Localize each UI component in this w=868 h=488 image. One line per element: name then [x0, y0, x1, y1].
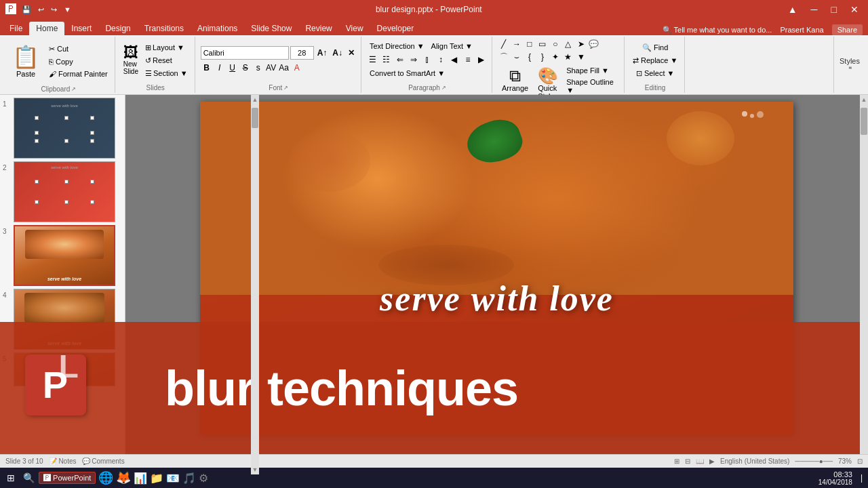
- rect-tool[interactable]: □: [524, 38, 536, 50]
- taskbar-browser-2[interactable]: 🦊: [116, 470, 131, 485]
- fit-to-window-button[interactable]: ⊡: [857, 458, 863, 465]
- taskbar-app-3[interactable]: 🎵: [182, 472, 196, 485]
- tab-view[interactable]: View: [339, 22, 370, 35]
- tab-animations[interactable]: Animations: [191, 22, 244, 35]
- shadow-button[interactable]: s: [252, 62, 264, 74]
- cut-button[interactable]: ✂ Cut: [46, 43, 111, 55]
- arrow-tool[interactable]: →: [511, 38, 523, 50]
- zoom-slider[interactable]: ─────●──: [795, 458, 833, 465]
- line-spacing-button[interactable]: ↕: [435, 54, 447, 66]
- column-button[interactable]: ⫿: [421, 54, 433, 66]
- scroll-up-arrow[interactable]: ▲: [251, 95, 260, 104]
- font-size-input[interactable]: [290, 46, 314, 60]
- taskbar-excel[interactable]: 📊: [134, 472, 147, 485]
- char-spacing-button[interactable]: AV: [265, 62, 277, 74]
- view-normal-button[interactable]: ⊞: [674, 458, 679, 465]
- shape-more-button[interactable]: ▼: [575, 51, 587, 63]
- taskbar-search[interactable]: 🔍: [22, 471, 36, 485]
- view-reading-button[interactable]: 📖: [696, 458, 704, 465]
- layout-button[interactable]: ⊞ Layout ▼: [142, 42, 191, 54]
- taskbar-app-2[interactable]: 📧: [166, 472, 180, 485]
- start-button[interactable]: ⊞: [3, 471, 19, 485]
- font-expand-icon[interactable]: ↗: [283, 85, 288, 91]
- tab-developer[interactable]: Developer: [370, 22, 421, 35]
- text-direction-button[interactable]: Text Direction ▼: [367, 41, 427, 52]
- slide-item[interactable]: 2 serve with love: [3, 161, 122, 222]
- scroll-top-arrow[interactable]: ▲: [860, 95, 868, 104]
- customize-qat-button[interactable]: ▼: [61, 4, 74, 15]
- bold-button[interactable]: B: [201, 62, 213, 74]
- slide-thumbnail[interactable]: serve with love: [14, 98, 115, 159]
- tell-me-button[interactable]: 🔍 Tell me what you want to do...: [663, 26, 772, 35]
- right-arrow-shape[interactable]: ➤: [575, 38, 587, 50]
- shape-tool-2[interactable]: ⌒: [498, 51, 510, 63]
- shape-fill-button[interactable]: Shape Fill ▼: [564, 65, 620, 76]
- strikethrough-button[interactable]: S: [239, 62, 252, 74]
- shape-tool-7[interactable]: ★: [562, 51, 574, 63]
- redo-button[interactable]: ↪: [48, 4, 60, 16]
- increase-indent-button[interactable]: ⇒: [408, 54, 420, 66]
- select-button[interactable]: ⊡ Select ▼: [633, 68, 677, 79]
- paste-button[interactable]: 📋 Paste: [7, 38, 45, 84]
- numbered-list-button[interactable]: ☷: [380, 54, 393, 66]
- tab-design[interactable]: Design: [98, 22, 137, 35]
- align-text-button[interactable]: Align Text ▼: [429, 41, 475, 52]
- shape-tool-4[interactable]: {: [524, 51, 536, 63]
- font-name-input[interactable]: [201, 46, 289, 60]
- tab-review[interactable]: Review: [298, 22, 338, 35]
- slide-item-active[interactable]: 3 serve with love: [3, 225, 122, 286]
- callout-tool[interactable]: 💬: [588, 38, 600, 50]
- oval-tool[interactable]: ○: [549, 38, 561, 50]
- underline-button[interactable]: U: [226, 62, 239, 74]
- shape-tool-6[interactable]: ✦: [549, 51, 561, 63]
- view-slideshow-button[interactable]: ▶: [709, 458, 715, 465]
- user-account[interactable]: Prasert Kana: [780, 26, 823, 34]
- replace-button[interactable]: ⇄ Replace ▼: [630, 55, 680, 66]
- clipboard-expand-icon[interactable]: ↗: [71, 86, 76, 92]
- rounded-rect-tool[interactable]: ▭: [536, 38, 549, 50]
- taskbar-app-1[interactable]: 📁: [150, 472, 163, 485]
- align-right-button[interactable]: ▶: [475, 54, 488, 66]
- convert-smartart-button[interactable]: Convert to SmartArt ▼: [367, 68, 448, 79]
- styles-button[interactable]: Styles ❝: [833, 37, 865, 93]
- paragraph-expand-icon[interactable]: ↗: [441, 85, 446, 91]
- taskbar-powerpoint[interactable]: 🅿 PowerPoint: [39, 472, 96, 484]
- serve-with-love-text[interactable]: serve with love: [380, 279, 614, 319]
- tab-transitions[interactable]: Transitions: [138, 22, 191, 35]
- tab-home[interactable]: Home: [29, 22, 64, 35]
- minimize-button[interactable]: ─: [807, 3, 822, 16]
- shape-tool-3[interactable]: ⌣: [511, 51, 523, 63]
- restore-button[interactable]: □: [827, 3, 841, 16]
- view-slide-sorter-button[interactable]: ⊟: [685, 458, 690, 465]
- show-desktop-button[interactable]: |: [858, 472, 865, 484]
- align-center-button[interactable]: ≡: [462, 54, 474, 66]
- tab-file[interactable]: File: [3, 22, 29, 35]
- scroll-thumb[interactable]: [252, 108, 258, 128]
- align-left-button[interactable]: ◀: [448, 54, 460, 66]
- tab-slideshow[interactable]: Slide Show: [244, 22, 298, 35]
- comments-button[interactable]: 💬 Comments: [82, 458, 125, 465]
- section-button[interactable]: ☰ Section ▼: [142, 68, 191, 79]
- right-scroll-thumb[interactable]: [861, 108, 867, 135]
- slide-thumbnail[interactable]: serve with love: [14, 161, 115, 222]
- font-color-button[interactable]: A: [291, 62, 303, 74]
- find-button[interactable]: 🔍 Find: [639, 42, 671, 54]
- taskbar-app-4[interactable]: ⚙: [199, 472, 208, 485]
- close-button[interactable]: ✕: [846, 3, 863, 16]
- format-painter-button[interactable]: 🖌 Format Painter: [46, 68, 111, 79]
- slide-thumbnail[interactable]: serve with love: [14, 225, 115, 286]
- bullet-list-button[interactable]: ☰: [367, 54, 379, 66]
- clear-formatting-button[interactable]: ✕: [346, 47, 357, 58]
- decrease-indent-button[interactable]: ⇐: [394, 54, 406, 66]
- ribbon-collapse-button[interactable]: ▲: [784, 3, 802, 16]
- line-tool[interactable]: ╱: [498, 38, 510, 50]
- decrease-font-size-button[interactable]: A↓: [330, 47, 344, 58]
- notes-button[interactable]: 📝 Notes: [49, 458, 77, 465]
- italic-button[interactable]: I: [214, 62, 226, 74]
- taskbar-browser-1[interactable]: 🌐: [98, 470, 113, 485]
- shape-tool-5[interactable]: }: [536, 51, 549, 63]
- reset-button[interactable]: ↺ Reset: [142, 55, 191, 66]
- undo-button[interactable]: ↩: [35, 4, 47, 16]
- shape-outline-button[interactable]: Shape Outline ▼: [564, 77, 620, 96]
- tab-insert[interactable]: Insert: [64, 22, 98, 35]
